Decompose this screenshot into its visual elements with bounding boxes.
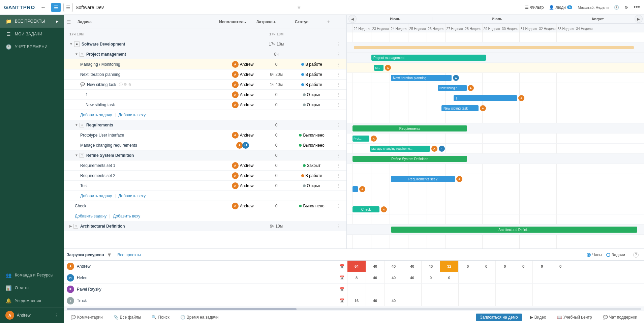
scrollbar[interactable]	[67, 308, 641, 310]
sidebar-item-time-tracking[interactable]: 🕐 УЧЕТ ВРЕМЕНИ	[0, 40, 64, 53]
row-menu[interactable]: ⋮	[334, 183, 344, 188]
sidebar-item-team[interactable]: 👥 Команда и Ресурсы	[0, 269, 64, 282]
table-row[interactable]: ▼ □ Refine System Definition 0 ⋮	[64, 150, 346, 160]
gantt-bar-managing[interactable]: M...	[374, 65, 384, 71]
expand-icon[interactable]: ▶	[69, 224, 72, 228]
table-row[interactable]: Prototype User Interface A Andrew 0 Выпо…	[64, 130, 346, 140]
table-row[interactable]: ▶ □ Architectural Definition 9ч 10м ⋮	[64, 221, 346, 231]
gantt-bar-arch-def[interactable]: Architectural Defini...	[391, 227, 637, 233]
add-task-link-2[interactable]: Добавить задачу	[80, 194, 112, 198]
row-menu[interactable]: ⋮	[334, 173, 344, 178]
table-row[interactable]: Next iteration planning A Andrew 6ч 20м …	[64, 69, 346, 80]
row-menu[interactable]: ⋮	[334, 102, 344, 107]
resource-cell: 40	[403, 272, 421, 283]
gantt-bar-new-sibling[interactable]: New sibling t...	[438, 85, 467, 91]
row-menu[interactable]: ⋮	[334, 82, 344, 87]
gantt-bar-project-management[interactable]: Project management	[371, 55, 486, 61]
favorite-icon[interactable]: ★	[297, 4, 301, 10]
project-icon-list[interactable]: ☰	[63, 3, 73, 12]
people-button[interactable]: 👤 Люди 4	[549, 5, 572, 10]
sidebar-item-reports[interactable]: 📊 Отчеты	[0, 282, 64, 294]
table-row[interactable]: Managing / Monitoring A Andrew 0 В работ…	[64, 59, 346, 69]
scroll-right-button[interactable]: ▶	[635, 15, 643, 23]
calendar-icon[interactable]: 📅	[339, 264, 344, 269]
table-row[interactable]: ▼ ■ Software Development 17ч 10м ⋮	[64, 39, 346, 49]
gantt-bar-req-set-2[interactable]: Requirements set 2	[391, 176, 455, 182]
radio-tasks[interactable]: Задачи	[606, 253, 625, 257]
expand-icon[interactable]: ▼	[75, 52, 78, 56]
table-row[interactable]: Manage changing requirements A +1 0 Выпо…	[64, 140, 346, 150]
sidebar-item-all-projects[interactable]: 📁 ВСЕ ПРОЕКТЫ ▶	[0, 15, 64, 28]
row-menu[interactable]: ⋮	[334, 133, 344, 138]
table-row[interactable]: ▼ □ Requirements 0 ⋮	[64, 120, 346, 130]
row-menu[interactable]: ⋮	[334, 92, 344, 97]
row-menu[interactable]: ⋮	[334, 224, 344, 229]
settings-button[interactable]: ⚙	[624, 5, 628, 10]
gantt-bar-1[interactable]: 1	[454, 95, 517, 101]
info-icon[interactable]: ⓘ	[119, 82, 123, 87]
tutorial-button[interactable]: 📖 Учебный центр	[554, 314, 595, 321]
row-menu[interactable]: ⋮	[334, 62, 344, 67]
add-milestone-link[interactable]: Добавить веху	[118, 113, 146, 117]
calendar-icon[interactable]: 📅	[339, 298, 344, 303]
sidebar-user[interactable]: A Andrew ⋮	[0, 307, 64, 323]
support-button[interactable]: 💬 Чат поддержки	[600, 314, 640, 321]
row-menu[interactable]: ⋮	[334, 42, 344, 47]
radio-hours[interactable]: Часы	[587, 253, 602, 257]
row-menu[interactable]: ⋮	[334, 52, 344, 57]
add-task-link-3[interactable]: Добавить задачу	[75, 214, 106, 218]
scroll-left-button[interactable]: ◀	[348, 15, 357, 23]
row-menu[interactable]: ⋮	[334, 123, 344, 127]
resource-all-projects[interactable]: Все проекты	[117, 253, 141, 257]
table-row[interactable]: New sibling task A Andrew 0 Открыт ⋮	[64, 100, 346, 110]
row-menu[interactable]: ⋮	[334, 204, 344, 208]
row-menu[interactable]: ⋮	[334, 143, 344, 148]
sidebar-item-my-tasks[interactable]: ☰ МОИ ЗАДАЧИ	[0, 28, 64, 40]
search-button[interactable]: 🔍 Поиск	[149, 314, 172, 321]
gantt-bar-check[interactable]: Check	[352, 206, 379, 212]
calendar-icon[interactable]: 📅	[339, 275, 344, 280]
gantt-bar-requirements[interactable]: Requirements	[352, 125, 467, 131]
row-menu[interactable]: ⋮	[334, 163, 344, 168]
table-row[interactable]: Check A Andrew 0 Выполнено ⋮	[64, 201, 346, 211]
back-button[interactable]: ←	[40, 4, 46, 10]
resource-dropdown-arrow[interactable]: ▼	[107, 252, 112, 258]
more-button[interactable]: •••	[634, 4, 640, 11]
collapse-panel-icon[interactable]: ☰	[67, 19, 75, 25]
delete-icon[interactable]: 🗑	[128, 83, 132, 87]
add-column-button[interactable]: +	[324, 19, 334, 25]
table-row[interactable]: 💬 New sibling task ⓘ ⚙ 🗑 A Andrew	[64, 80, 346, 90]
history-button[interactable]: 🕐	[614, 5, 619, 10]
table-row[interactable]: Test A Andrew 0 Открыт ⋮	[64, 181, 346, 191]
table-row[interactable]: Requirements set 1 A Andrew 0 Закрыт ⋮	[64, 160, 346, 171]
demo-button[interactable]: Записаться на демо	[476, 314, 522, 321]
video-button[interactable]: ▶ Видео	[527, 314, 549, 321]
filter-button[interactable]: ☰ Фильтр	[525, 5, 544, 10]
add-milestone-link-3[interactable]: Добавить веху	[113, 214, 140, 218]
help-icon[interactable]: ?	[633, 252, 639, 258]
gantt-bar-prototype[interactable]: Prot...	[352, 136, 369, 142]
calendar-icon[interactable]: 📅	[339, 287, 344, 292]
settings-icon[interactable]: ⚙	[124, 82, 127, 87]
add-task-link[interactable]: Добавить задачу	[80, 113, 112, 117]
gantt-bar-test[interactable]	[352, 186, 358, 192]
table-row[interactable]: ▼ □ Project management 8ч ⋮	[64, 49, 346, 59]
expand-icon[interactable]: ▼	[75, 123, 78, 127]
gantt-bar-manage-changing[interactable]: Manage changing requireme...	[370, 146, 430, 152]
gantt-bar-next-iteration[interactable]: Next iteration planning	[391, 75, 452, 81]
files-button[interactable]: 📎 Все файлы	[111, 314, 144, 321]
gantt-bar-new-sibling-child[interactable]: New sibling task	[441, 105, 479, 111]
row-menu[interactable]: ⋮	[334, 72, 344, 77]
gantt-bar-refine[interactable]: Refine System Definition	[352, 156, 467, 162]
expand-icon[interactable]: ▼	[75, 153, 78, 157]
time-button[interactable]: 🕐 Время на задачи	[178, 314, 221, 321]
user-more-icon[interactable]: ⋮	[55, 313, 59, 318]
gantt-bar-software-dev[interactable]	[354, 46, 634, 49]
table-row[interactable]: 1 A Andrew 0 Открыт ⋮	[64, 90, 346, 100]
comments-button[interactable]: 💬 Комментарии	[68, 314, 105, 321]
expand-icon[interactable]: ▼	[69, 42, 73, 46]
add-milestone-link-2[interactable]: Добавить веху	[118, 194, 146, 198]
table-row[interactable]: Requirements set 2 A Andrew 0 В работе ⋮	[64, 171, 346, 181]
row-menu[interactable]: ⋮	[334, 153, 344, 158]
sidebar-item-notifications[interactable]: 🔔 Уведомления	[0, 294, 64, 307]
